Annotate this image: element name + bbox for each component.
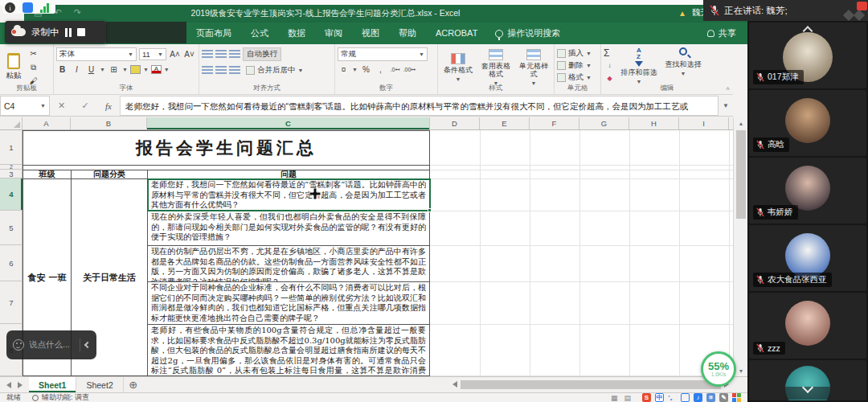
voice-input-icon[interactable]: ♪ [694,393,702,402]
participant-tile[interactable]: 017郑津 [749,23,866,88]
app-blue-icon[interactable] [23,2,33,13]
align-center-icon[interactable] [215,66,227,75]
row-header-5[interactable]: 5 [0,211,23,245]
sogou-input-icon[interactable]: S [642,393,651,402]
tab-review[interactable]: 审阅 [315,23,352,44]
cell-question-1[interactable]: 老师您好，我想问一下您然如何看待最近的“雪糕刺客”话题。比如钟薛高中的原材料与平… [148,179,429,211]
header-category[interactable]: 问题分类 [72,170,148,179]
confirm-entry-icon[interactable]: ✓ [82,100,89,111]
close-button[interactable] [857,2,867,10]
column-header-b[interactable]: B [71,117,147,129]
grow-font-icon[interactable]: A˄ [169,48,181,60]
sort-filter-button[interactable]: AZ 排序和筛选▼ [618,47,660,84]
sheet-nav-arrows[interactable] [0,377,29,392]
collapse-chat-icon[interactable] [84,342,91,348]
participant-tile[interactable]: zzz [749,293,866,359]
wrap-text-button[interactable]: 自动换行 [243,47,281,61]
cell-question-4[interactable]: 不同企业对于同种食品的企业标准，会有什么不同吗？消费者可以比对后，根据它们的不同… [148,282,429,325]
bold-button[interactable]: B [56,64,68,76]
normal-view-icon[interactable]: ▦ [611,394,618,402]
tab-view[interactable]: 视图 [352,23,389,44]
row-header-7[interactable]: 7 [0,281,23,324]
copy-icon[interactable]: ⧉ [27,61,39,73]
formula-input[interactable]: 老师您好，我想问一下您然如何看待最近的“雪糕刺客”话题。比如钟薛高中的原材料与平… [121,96,719,116]
vertical-scroll-thumb[interactable] [736,130,746,219]
participant-tile[interactable] [749,360,866,400]
cell-question-5[interactable]: 老师好，有些食品中某物质的100g含量符合规定，但总净含量超过一般要求，比如国标… [148,325,429,376]
tab-data[interactable]: 数据 [278,23,315,44]
decrease-decimal-icon[interactable]: .00↦ [403,64,416,76]
tab-formulas[interactable]: 公式 [241,23,278,44]
scroll-left-icon[interactable] [452,381,457,388]
format-as-table-button[interactable]: 套用表格格式▼ [478,49,514,88]
participant-tile[interactable]: 农大食品张西亚 [749,225,866,291]
find-select-button[interactable]: 查找和选择▼ [662,47,704,76]
column-header-h[interactable]: H [629,117,679,129]
cut-icon[interactable]: ✂ [27,47,39,59]
name-box[interactable]: C4▼ [0,96,50,116]
underline-button[interactable]: U [85,64,97,76]
page-layout-view-icon[interactable]: ▤ [624,394,631,402]
clear-icon[interactable]: ◆ [604,72,616,84]
header-class[interactable]: 班级 [23,170,72,179]
fill-color-icon[interactable] [130,65,141,74]
comma-style-icon[interactable]: , [375,64,387,76]
pause-recording-button[interactable] [65,28,72,37]
expand-formula-bar-icon[interactable]: ▼ [719,96,733,116]
horizontal-scroll-thumb[interactable] [461,380,721,389]
format-cells-button[interactable]: 格式▼ [557,72,598,84]
number-format-combo[interactable]: 常规▼ [338,47,428,61]
new-sheet-button[interactable]: ⊕ [124,377,143,392]
chat-input-pill[interactable]: 说点什么... [6,330,96,359]
row-header-1[interactable]: 1 [0,130,23,165]
font-color-icon[interactable]: A [151,65,162,74]
percent-icon[interactable]: % [360,64,372,76]
punctuation-icon[interactable]: '。 [668,393,677,402]
cell-question-2[interactable]: 现在的外卖深受年轻人喜爱，但我们也都明白外卖食品的安全是得不到保障的，那请问现如… [148,211,429,246]
accessibility-status[interactable]: 辅助功能: 调查 [32,392,89,402]
speed-ball-widget[interactable]: 55% 1.6K/s [701,351,736,387]
cancel-entry-icon[interactable]: ✕ [58,100,65,111]
share-button[interactable]: 共享 [707,23,736,44]
collapse-ribbon-icon[interactable]: ˄ [726,85,730,92]
sheet-tab-1[interactable]: Sheet1 [29,377,76,392]
paste-button[interactable]: 粘贴 [2,51,25,84]
conditional-formatting-button[interactable]: 条件格式▼ [440,53,476,84]
chat-placeholder[interactable]: 说点什么... [29,339,70,351]
toolbox-icon[interactable]: ✎ [719,393,728,402]
column-header-f[interactable]: F [530,117,579,129]
italic-button[interactable]: I [71,64,83,76]
align-top-icon[interactable] [202,50,213,59]
tab-page-layout[interactable]: 页面布局 [186,23,241,44]
soft-keyboard-icon[interactable]: ⌗ [706,393,715,402]
align-left-icon[interactable] [202,66,213,75]
column-header-a[interactable]: A [23,117,71,129]
emoji-icon[interactable] [13,339,24,351]
scroll-up-icon[interactable]: ▲ [734,117,748,129]
emoji-panel-icon[interactable] [681,393,690,402]
row-header-6[interactable]: 6 [0,245,23,281]
worksheet-grid[interactable]: 1 2 3 4 5 6 7 8 报告会学生问题汇总 班级 问题分类 问题 食安 … [0,130,733,376]
tell-me-search[interactable]: 操作说明搜索 [495,27,560,39]
column-header-d[interactable]: D [430,117,480,129]
currency-icon[interactable]: ¤ [338,64,350,76]
cell-question-3[interactable]: 现在的仿制产品仍层出不穷，尤其是在乡镇地区，小商店里卖的产品中有许多都是各大品牌… [148,246,429,282]
select-all-button[interactable] [0,117,23,129]
vertical-scrollbar[interactable]: ▲ ▼ [733,117,747,376]
tab-acrobat[interactable]: ACROBAT [426,23,487,44]
borders-icon[interactable]: ⊞ [108,64,120,76]
column-header-c[interactable]: C [147,117,430,129]
column-header-e[interactable]: E [480,117,530,129]
insert-function-icon[interactable]: fx [105,101,112,111]
align-right-icon[interactable] [229,66,240,75]
align-bottom-icon[interactable] [229,50,240,59]
delete-cells-button[interactable]: 删除▼ [557,59,598,72]
column-header-i[interactable]: I [679,117,729,129]
insert-cells-button[interactable]: 插入▼ [557,47,598,59]
tab-help[interactable]: 帮助 [389,23,426,44]
font-size-combo[interactable]: 11▼ [139,48,166,60]
header-question[interactable]: 问题 [148,170,429,179]
shrink-font-icon[interactable]: A˅ [183,48,195,60]
cell-styles-button[interactable]: 单元格样式▼ [516,49,551,88]
autosum-button[interactable]: Σ [604,47,616,59]
